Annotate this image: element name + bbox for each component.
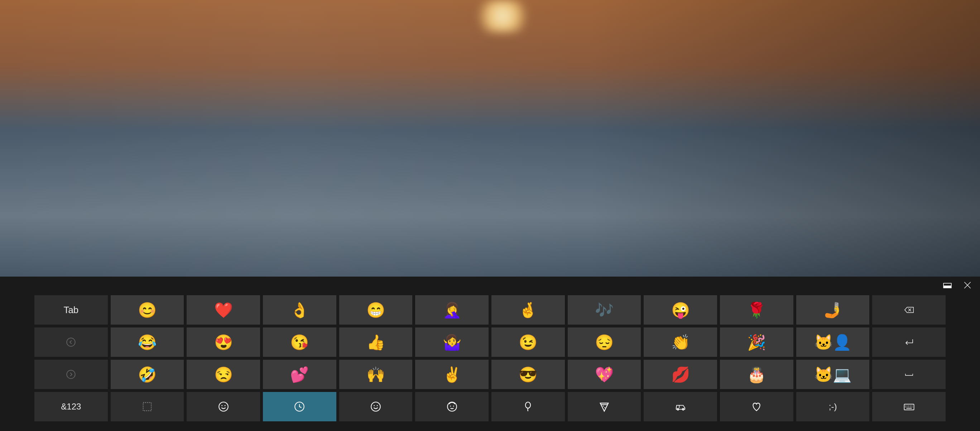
tab-key[interactable]: Tab (34, 295, 108, 324)
backspace-icon (904, 305, 914, 315)
next-page-key[interactable] (34, 360, 108, 389)
emoji-key-kiss-mark[interactable]: 💋 (644, 360, 717, 389)
heart-outline-icon (750, 401, 762, 413)
category-faces[interactable] (187, 392, 260, 421)
svg-point-9 (371, 402, 380, 411)
space-icon (904, 369, 914, 379)
clock-icon (293, 401, 305, 413)
close-icon (963, 280, 972, 290)
svg-rect-1 (943, 286, 951, 288)
keyboard-titlebar (0, 277, 980, 294)
keyboard-switch-key[interactable] (872, 392, 946, 421)
emoji-key-sparkle-heart[interactable]: 💖 (568, 360, 641, 389)
category-food[interactable] (568, 392, 641, 421)
emoji-key-tongue-wink[interactable]: 😜 (644, 295, 717, 324)
emoji-key-selfie[interactable]: 🤳 (796, 295, 870, 324)
prev-page-key[interactable] (34, 328, 108, 357)
emoji-key-heart[interactable]: ❤️ (187, 295, 260, 324)
category-symbols[interactable] (720, 392, 793, 421)
keyboard-row: 🤣 😒 💕 🙌 ✌️ 😎 💖 💋 🎂 🐱‍💻 (34, 360, 946, 389)
emoji-key-pensive[interactable]: 😔 (568, 328, 641, 357)
emoji-key-crossed-fingers[interactable]: 🤞 (492, 295, 565, 324)
emoji-key-joy-tears[interactable]: 😂 (111, 328, 184, 357)
emoji-key-facepalm[interactable]: 🤦‍♀️ (415, 295, 488, 324)
close-keyboard-button[interactable] (963, 280, 972, 290)
tab-label: Tab (64, 305, 78, 316)
space-key[interactable] (872, 360, 946, 389)
emoji-key-raising-hands[interactable]: 🙌 (339, 360, 413, 389)
keyboard-layout-icon (943, 280, 952, 290)
svg-point-16 (603, 406, 604, 407)
category-celebration[interactable] (492, 392, 565, 421)
keyboard-row: Tab 😊 ❤️ 👌 😁 🤦‍♀️ 🤞 🎶 😜 🌹 🤳 (34, 295, 946, 324)
emoji-key-heart-eyes[interactable]: 😍 (187, 328, 260, 357)
category-ascii[interactable]: ;-) (796, 392, 870, 421)
enter-icon (904, 337, 914, 347)
emoji-key-shrug[interactable]: 🤷‍♀️ (415, 328, 488, 357)
svg-point-15 (525, 402, 530, 408)
touch-keyboard-emoji-panel: Tab 😊 ❤️ 👌 😁 🤦‍♀️ 🤞 🎶 😜 🌹 🤳 😂 😍 😘 👍 (0, 277, 980, 431)
emoji-key-ninja-cat[interactable]: 🐱‍👤 (796, 328, 870, 357)
svg-point-6 (221, 405, 223, 406)
category-smileys[interactable] (339, 392, 413, 421)
svg-point-7 (224, 405, 226, 406)
smiley-outline-icon (218, 401, 230, 413)
emoji-key-ok-hand[interactable]: 👌 (263, 295, 336, 324)
keyboard-row: 😂 😍 😘 👍 🤷‍♀️ 😉 😔 👏 🎉 🐱‍👤 (34, 328, 946, 357)
chevron-left-icon (66, 337, 76, 347)
svg-point-3 (67, 370, 75, 379)
svg-point-11 (377, 405, 378, 406)
emoji-key-sunglasses[interactable]: 😎 (492, 360, 565, 389)
keyboard-grid: Tab 😊 ❤️ 👌 😁 🤦‍♀️ 🤞 🎶 😜 🌹 🤳 😂 😍 😘 👍 (0, 294, 980, 431)
svg-point-17 (604, 407, 605, 408)
smiley-outline-icon (370, 401, 382, 413)
category-transport[interactable] (644, 392, 717, 421)
svg-point-12 (447, 402, 457, 411)
svg-point-5 (219, 402, 228, 411)
chevron-right-icon (66, 369, 76, 379)
svg-point-13 (450, 406, 451, 407)
emoji-key-clap[interactable]: 👏 (644, 328, 717, 357)
emoji-key-rose[interactable]: 🌹 (720, 295, 793, 324)
backspace-key[interactable] (872, 295, 946, 324)
emoji-key-two-hearts[interactable]: 💕 (263, 360, 336, 389)
category-recent[interactable] (263, 392, 336, 421)
emoji-key-smiling[interactable]: 😊 (111, 295, 184, 324)
svg-rect-4 (143, 403, 151, 411)
pizza-icon (598, 401, 610, 413)
svg-point-14 (453, 406, 454, 407)
category-select[interactable] (111, 392, 184, 421)
emoji-key-grin[interactable]: 😁 (339, 295, 413, 324)
numsym-key[interactable]: &123 (34, 392, 108, 421)
category-people[interactable] (415, 392, 488, 421)
svg-point-10 (374, 405, 375, 406)
keyboard-row-categories: &123 (34, 392, 946, 421)
ascii-label: ;-) (829, 402, 837, 412)
emoji-key-kiss[interactable]: 😘 (263, 328, 336, 357)
enter-key[interactable] (872, 328, 946, 357)
emoji-key-hacker-cat[interactable]: 🐱‍💻 (796, 360, 870, 389)
select-icon (141, 401, 153, 413)
emoji-key-rofl[interactable]: 🤣 (111, 360, 184, 389)
emoji-key-party[interactable]: 🎉 (720, 328, 793, 357)
svg-point-2 (67, 338, 75, 346)
emoji-key-victory[interactable]: ✌️ (415, 360, 488, 389)
emoji-key-unamused[interactable]: 😒 (187, 360, 260, 389)
emoji-key-wink[interactable]: 😉 (492, 328, 565, 357)
balloon-icon (522, 401, 534, 413)
numsym-label: &123 (61, 402, 81, 412)
emoji-key-cake[interactable]: 🎂 (720, 360, 793, 389)
people-icon (446, 401, 458, 413)
emoji-key-music-notes[interactable]: 🎶 (568, 295, 641, 324)
car-icon (675, 401, 687, 413)
keyboard-layout-button[interactable] (943, 280, 952, 290)
keyboard-icon (903, 401, 915, 413)
emoji-key-thumbs-up[interactable]: 👍 (339, 328, 413, 357)
